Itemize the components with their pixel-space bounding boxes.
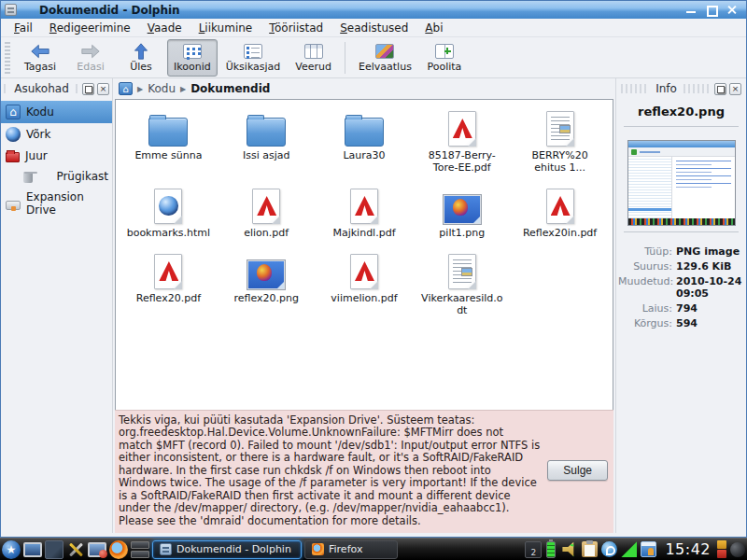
task-firefox[interactable]: Firefox — [304, 540, 398, 559]
file-item[interactable]: Majkindl.pdf — [316, 183, 414, 241]
menubar: Fail Redigeerimine Vaade Liikumine Tööri… — [1, 19, 746, 37]
place-item-kodu[interactable]: ⌂ Kodu — [1, 101, 112, 123]
file-item[interactable]: BERRY%20 ehitus 1... — [511, 105, 609, 175]
html-file-icon — [154, 185, 182, 224]
task-dolphin[interactable]: Dokumendid - Dolphin — [152, 540, 302, 559]
update-icon[interactable] — [717, 550, 726, 558]
taskbar: ★ Dokumendid - Dolphin Firefox 2 15:42 — [0, 538, 747, 560]
desktop: Dokumendid - Dolphin Fail Redigeerimine … — [0, 0, 747, 560]
menu-liikumine[interactable]: Liikumine — [191, 21, 261, 35]
info-field-value: 2010-10-24 09:05 — [676, 275, 744, 300]
info-field-value: 794 — [676, 302, 744, 315]
icons-view-button[interactable]: Ikoonid — [167, 39, 218, 77]
clock[interactable]: 15:42 — [665, 540, 711, 558]
toolbar-drag-handle[interactable] — [5, 42, 10, 74]
file-item[interactable]: Reflex20in.pdf — [511, 183, 609, 241]
info-panel-header: Info × — [618, 78, 744, 99]
float-panel-button[interactable] — [714, 83, 726, 95]
minimize-button[interactable] — [684, 5, 698, 16]
breadcrumb-separator-icon: ▶ — [180, 85, 186, 93]
volume-icon[interactable] — [562, 541, 578, 557]
window-controls — [684, 5, 739, 16]
file-item[interactable]: Issi asjad — [218, 105, 316, 175]
file-item[interactable]: bookmarks.html — [120, 183, 218, 241]
menu-tooriistad[interactable]: Tööriistad — [261, 21, 331, 35]
menu-abi[interactable]: Abi — [417, 21, 450, 35]
place-item-vork[interactable]: Võrk — [1, 123, 112, 146]
plasma-cashew-icon[interactable] — [730, 542, 745, 557]
close-panel-button[interactable]: × — [729, 83, 741, 95]
display-icon[interactable] — [45, 540, 63, 559]
back-arrow-icon — [30, 43, 50, 60]
breadcrumb-segment-kodu[interactable]: Kodu — [148, 82, 176, 95]
preview-button[interactable]: Eelvaatlus — [352, 39, 418, 77]
clipboard-icon[interactable] — [582, 541, 598, 557]
preview-icon — [374, 43, 395, 60]
info-field-value: PNG image — [676, 245, 744, 258]
place-item-expansion-drive[interactable]: Expansion Drive — [1, 187, 112, 220]
virtual-desktop-pager[interactable]: 2 — [525, 541, 542, 558]
firefox-launcher-icon[interactable] — [109, 540, 128, 559]
close-button[interactable] — [726, 5, 739, 16]
file-item[interactable]: pilt1.png — [413, 183, 511, 241]
titlebar[interactable]: Dokumendid - Dolphin — [1, 1, 746, 19]
device-notifier-icon[interactable] — [23, 542, 42, 557]
menu-fail[interactable]: Fail — [7, 21, 40, 35]
error-close-button[interactable]: Sulge — [547, 460, 608, 481]
app-launcher-icon[interactable]: ★ — [2, 540, 21, 559]
menu-redigeerimine[interactable]: Redigeerimine — [42, 21, 138, 35]
info-field-value: 594 — [676, 317, 744, 329]
split-view-icon — [434, 43, 455, 60]
file-item[interactable]: elion.pdf — [218, 183, 316, 241]
info-panel: Info × reflex20.png — [615, 78, 746, 533]
file-item[interactable]: reflex20.png — [218, 248, 316, 318]
float-panel-button[interactable] — [82, 83, 94, 95]
back-button[interactable]: Tagasi — [16, 39, 64, 77]
breadcrumb: ⌂ ▶ Kodu ▶ Dokumendid — [115, 78, 613, 99]
breadcrumb-segment-dokumendid[interactable]: Dokumendid — [190, 82, 270, 95]
menu-vaade[interactable]: Vaade — [140, 21, 190, 35]
up-button[interactable]: Üles — [117, 39, 165, 77]
file-item[interactable]: Vikerkaaresild.odt — [413, 248, 511, 318]
file-item[interactable]: Laura30 — [316, 105, 414, 175]
file-item[interactable]: viimelion.pdf — [316, 248, 414, 318]
panel-drag-texture[interactable] — [76, 84, 79, 93]
close-panel-button[interactable]: × — [97, 83, 109, 95]
main-view: ⌂ ▶ Kodu ▶ Dokumendid Emme sünna Issi as… — [113, 78, 615, 533]
user-switch-icon[interactable] — [641, 541, 656, 557]
up-arrow-icon — [131, 43, 151, 60]
dolphin-task-icon — [160, 543, 172, 555]
notifier-stack[interactable] — [717, 540, 726, 558]
forward-button: Edasi — [66, 39, 115, 77]
info-panel-title: Info — [652, 82, 681, 95]
place-item-juur[interactable]: Juur — [1, 146, 112, 166]
file-item[interactable]: Emme sünna — [120, 105, 218, 175]
document-file-icon — [448, 250, 476, 289]
toolbar-separator — [345, 42, 345, 74]
panel-drag-texture[interactable] — [621, 84, 649, 93]
columns-view-button[interactable]: Veerud — [289, 39, 338, 77]
icons-view-icon — [182, 43, 203, 60]
file-view[interactable]: Emme sünna Issi asjad Laura30 85187-Berr… — [115, 99, 613, 410]
lock-icon[interactable] — [717, 540, 726, 549]
desktop-pager-icon[interactable] — [131, 540, 149, 559]
info-filename: reflex20.png — [620, 105, 742, 119]
file-item[interactable]: Reflex20.pdf — [120, 248, 218, 318]
place-item-prugikast[interactable]: Prügikast — [1, 166, 112, 187]
drive-icon — [6, 201, 21, 210]
panel-drag-texture[interactable] — [4, 84, 7, 93]
breadcrumb-home-icon[interactable]: ⌂ — [119, 82, 133, 95]
forward-arrow-icon — [80, 43, 101, 60]
network-signal-icon[interactable] — [621, 541, 637, 557]
file-item[interactable]: 85187-Berry-Tore-EE.pdf — [413, 105, 511, 175]
menu-seadistused[interactable]: Seadistused — [332, 21, 416, 35]
split-button[interactable]: Poolita — [420, 39, 469, 77]
maximize-button[interactable] — [705, 5, 718, 16]
panel-drag-texture[interactable] — [684, 84, 712, 93]
remote-monitor-icon[interactable] — [88, 542, 106, 557]
system-tools-icon[interactable] — [66, 540, 85, 559]
messenger-icon[interactable] — [601, 541, 617, 557]
details-view-button[interactable]: Üksikasjad — [219, 39, 288, 77]
details-view-icon — [243, 43, 263, 60]
battery-icon[interactable] — [546, 541, 556, 558]
